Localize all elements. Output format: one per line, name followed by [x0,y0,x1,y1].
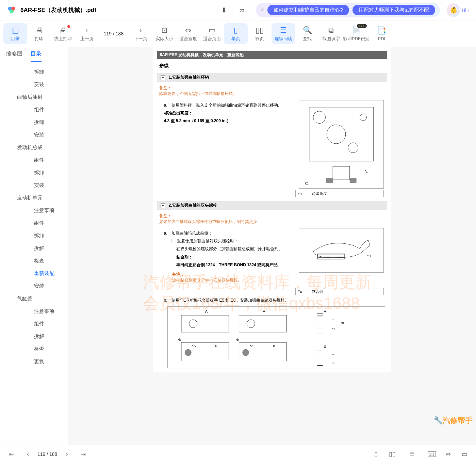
svg-rect-25 [317,314,323,334]
svg-rect-8 [333,166,350,180]
hi-label[interactable]: Hi › [462,7,469,13]
double-page-button[interactable]: ▯▯双页 [248,23,272,44]
svg-rect-42 [317,350,323,366]
view-cont-icon[interactable]: ☰ [407,449,417,459]
svg-text:*b: *b [235,338,239,341]
tree-item[interactable]: 组件 [0,103,68,116]
svg-text:*d: *d [332,327,335,331]
note-2: 备注：如果加强曲轴箱双头螺栓变形或螺纹损坏，则将其更换。 [159,213,385,225]
toc-button[interactable]: ▥目录 [3,23,27,44]
svg-text:B: B [273,344,275,348]
svg-point-2 [10,9,14,13]
svg-point-7 [348,143,358,153]
tree-group[interactable]: ▼曲轴后油封 [0,91,68,103]
svg-rect-9 [326,178,333,183]
steps-title: 步骤 [159,63,385,69]
note-1: 备注：除非更换，否则无需拆下加强曲轴箱环销。 [159,85,385,97]
view-fitp-icon[interactable]: ▭ [460,449,469,459]
find-button[interactable]: 🔍查找 [295,23,319,44]
tree-item[interactable]: 安装 [0,78,68,91]
minus-box-icon: − [161,203,165,208]
first-page-icon[interactable]: ⇤ [7,449,16,459]
tree-item[interactable]: 拆卸 [0,116,68,129]
tree-group[interactable]: ▼气缸盖 [0,292,68,305]
fit-page-button[interactable]: ▭适合页面 [200,23,224,44]
tree-item[interactable]: 注意事项 [0,305,68,318]
step-1-band: −1.安装加强曲轴箱环销 [157,73,387,82]
document-viewport[interactable]: 6AR-FSE 发动机机械 发动机单元 重新装配 步骤 −1.安装加强曲轴箱环销… [68,47,476,445]
last-page-icon[interactable]: ⇥ [78,449,88,459]
toc-tree[interactable]: 拆卸 安装 ▼曲轴后油封 组件 拆卸 安装 ▼发动机总成 组件 拆卸 安装 ▼发… [0,62,68,445]
fit-width-button[interactable]: ⇔适合宽度 [176,23,200,44]
tree-item[interactable]: 安装 [0,129,68,141]
svg-rect-10 [349,178,356,183]
tree-item[interactable]: 组件 [0,318,68,330]
svg-point-6 [327,125,346,144]
tree-item[interactable]: 安装 [0,179,68,192]
tree-item[interactable]: 拆卸 [0,166,68,179]
tree-group[interactable]: ▼发动机单元 [0,192,68,204]
svg-text:A: A [205,309,208,314]
svg-text:*a: *a [367,254,371,258]
table-1: *a凸出高度 [295,190,384,197]
actual-size-button[interactable]: ⊡实际大小 [152,23,176,44]
page-number-footer[interactable]: 119 / 188 [37,451,57,457]
prev-page-button[interactable]: ‹上一页 [75,23,99,44]
file-name: 6AR-FSE（发动机机械）.pdf [20,6,220,14]
svg-text:B: B [215,344,217,348]
view-11-icon[interactable]: 1:1 [427,449,437,459]
screenshot-ocr-button[interactable]: ⧉截图识字 [319,23,343,44]
tree-item[interactable]: 拆卸 [0,229,68,242]
status-bar: ⇤ ‹ 119 / 188 › ⇥ ▯ ▯▯ ☰ 1:1 ⇔ ▭ [0,445,476,463]
svg-text:C: C [305,181,308,186]
minus-box-icon: − [161,75,165,80]
tree-item[interactable]: 拆卸 [0,66,68,78]
share-icon[interactable]: ∞ [238,6,246,14]
svg-point-34 [184,349,191,356]
promo-close-icon[interactable]: × [261,6,264,14]
tree-item[interactable]: 拆解 [0,330,68,343]
caret-down-icon: ▼ [18,297,22,301]
online-print-button[interactable]: 🖨线上打印 [51,23,75,44]
view-fitw-icon[interactable]: ⇔ [443,449,453,459]
download-icon[interactable]: ⬇ [220,6,228,14]
promo-bar: × 如何建立和维护自己的自信心? 用配对大师测下我与ta的配不配 [256,3,440,17]
diagram-1: *aC [299,100,384,189]
tree-item[interactable]: 注意事项 [0,204,68,217]
next-page-button[interactable]: ›下一页 [129,23,152,44]
tree-item[interactable]: 拆解 [0,242,68,255]
tree-group[interactable]: ▼发动机总成 [0,141,68,154]
view-double-icon[interactable]: ▯▯ [388,449,397,459]
tree-item[interactable]: 组件 [0,154,68,166]
svg-text:*e: *e [341,321,344,324]
svg-point-38 [242,349,249,356]
title-bar: 6AR-FSE（发动机机械）.pdf ⬇ ∞ × 如何建立和维护自己的自信心? … [0,0,476,20]
toc-tab[interactable]: 目录 [31,50,42,62]
tree-item[interactable]: 检查 [0,255,68,267]
single-page-button[interactable]: ▯单页 [224,23,248,44]
continuous-button[interactable]: ☰连续阅读 [272,23,295,44]
prev-page-icon[interactable]: ‹ [23,449,33,459]
thumbnails-tab[interactable]: 缩略图 [6,50,22,62]
note-3: 备注：涂抹粘合剂后 3 分钟内安装双头螺栓。 [172,272,297,283]
next-page-icon[interactable]: › [62,449,71,459]
svg-text:A: A [263,309,265,314]
brand-watermark: 🔧汽修帮手 [433,415,473,426]
promo-pill-2[interactable]: 用配对大师测下我与ta的配不配 [352,5,436,15]
pdf-ocr-button[interactable]: SVIP📄影印PDF识别 [343,23,370,44]
tree-item[interactable]: 检查 [0,343,68,355]
tree-item[interactable]: 更换 [0,355,68,368]
promo-pill-1[interactable]: 如何建立和维护自己的自信心? [267,5,349,15]
tree-item-current[interactable]: 重新装配 [0,267,68,280]
page-indicator[interactable]: 119 / 188 [100,31,127,36]
pdl-button[interactable]: 📑PDl [370,23,393,44]
svg-rect-23 [239,315,286,332]
section-header: 6AR-FSE 发动机机械 发动机单元 重新装配 [157,51,387,59]
tree-item[interactable]: 安装 [0,280,68,292]
avatar[interactable]: 👶 [447,3,460,17]
toolbar: ▥目录 🖨打印 🖨线上打印 ‹上一页 119 / 188 ›下一页 ⊡实际大小 … [0,20,476,47]
tree-item[interactable]: 组件 [0,217,68,229]
svg-rect-21 [181,315,229,332]
print-button[interactable]: 🖨打印 [27,23,51,44]
view-single-icon[interactable]: ▯ [371,449,381,459]
